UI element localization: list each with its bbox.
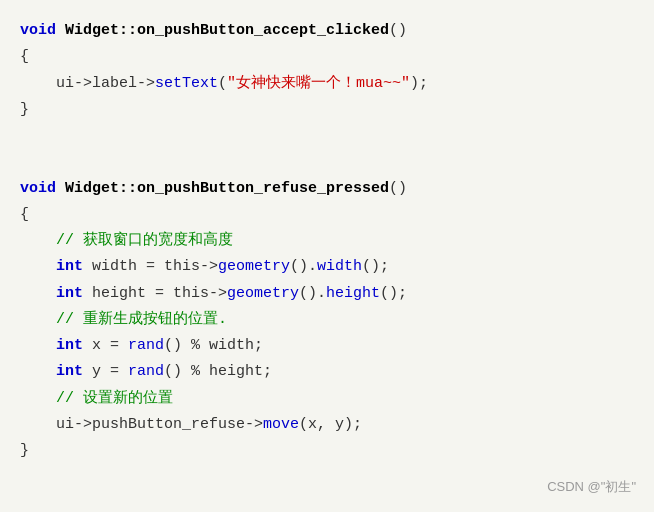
function-name-2: Widget::on_pushButton_refuse_pressed xyxy=(65,180,389,197)
paren-open-1: ( xyxy=(218,75,227,92)
comment-2: // 重新生成按钮的位置. xyxy=(20,311,227,328)
paren-close-1: ); xyxy=(410,75,428,92)
code-line-1: void Widget::on_pushButton_accept_clicke… xyxy=(20,18,634,44)
code-line-16: } xyxy=(20,438,634,464)
code-line-12: int x = rand() % width; xyxy=(20,333,634,359)
method-height: height xyxy=(326,285,380,302)
code-line-blank-1 xyxy=(20,123,634,149)
code-line-7: { xyxy=(20,202,634,228)
watermark: CSDN @"初生" xyxy=(547,477,636,498)
code-line-4: } xyxy=(20,97,634,123)
method-rand-2: rand xyxy=(128,363,164,380)
code-line-13: int y = rand() % height; xyxy=(20,359,634,385)
code-line-3: ui->label->setText("女神快来嘴一个！mua~~"); xyxy=(20,71,634,97)
code-line-10: int height = this->geometry().height(); xyxy=(20,281,634,307)
code-line-14: // 设置新的位置 xyxy=(20,386,634,412)
brace-close-2: } xyxy=(20,442,29,459)
method-width: width xyxy=(317,258,362,275)
method-geometry-1: geometry xyxy=(218,258,290,275)
code-line-6: void Widget::on_pushButton_refuse_presse… xyxy=(20,176,634,202)
keyword-void-2: void xyxy=(20,180,56,197)
keyword-int-1: int xyxy=(56,258,83,275)
method-move: move xyxy=(263,416,299,433)
brace-open-2: { xyxy=(20,206,29,223)
code-line-blank-2 xyxy=(20,149,634,175)
code-line-9: int width = this->geometry().width(); xyxy=(20,254,634,280)
brace-open-1: { xyxy=(20,48,29,65)
paren-1: () xyxy=(389,22,407,39)
keyword-int-3: int xyxy=(56,337,83,354)
string-literal-1: "女神快来嘴一个！mua~~" xyxy=(227,75,410,92)
code-line-2: { xyxy=(20,44,634,70)
function-name-1: Widget::on_pushButton_accept_clicked xyxy=(65,22,389,39)
method-rand-1: rand xyxy=(128,337,164,354)
keyword-int-2: int xyxy=(56,285,83,302)
comment-3: // 设置新的位置 xyxy=(20,390,173,407)
method-geometry-2: geometry xyxy=(227,285,299,302)
code-editor: void Widget::on_pushButton_accept_clicke… xyxy=(0,0,654,512)
method-settext: setText xyxy=(155,75,218,92)
keyword-void-1: void xyxy=(20,22,56,39)
comment-1: // 获取窗口的宽度和高度 xyxy=(20,232,233,249)
code-line-15: ui->pushButton_refuse->move(x, y); xyxy=(20,412,634,438)
indent-1: ui->label-> xyxy=(20,75,155,92)
brace-close-1: } xyxy=(20,101,29,118)
code-line-11: // 重新生成按钮的位置. xyxy=(20,307,634,333)
paren-2: () xyxy=(389,180,407,197)
keyword-int-4: int xyxy=(56,363,83,380)
code-line-8: // 获取窗口的宽度和高度 xyxy=(20,228,634,254)
